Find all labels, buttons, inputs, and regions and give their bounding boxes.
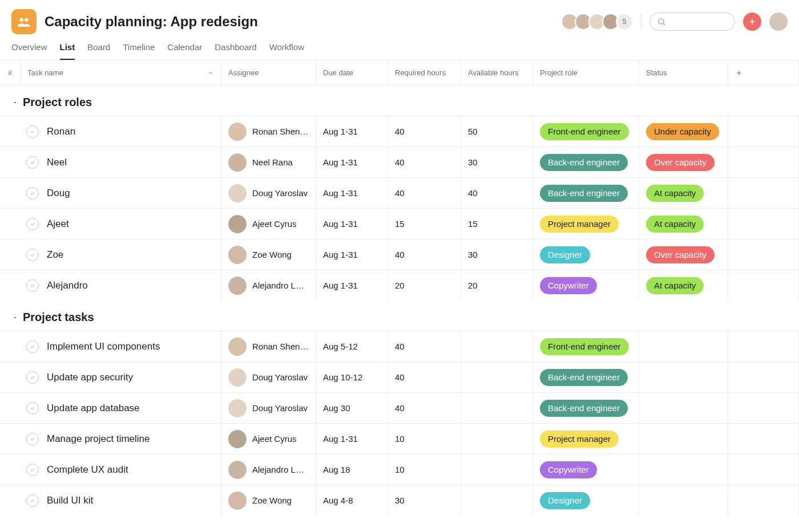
- required-hours-cell[interactable]: 40: [388, 331, 461, 362]
- role-cell[interactable]: Back-end engineer: [533, 362, 639, 392]
- table-row[interactable]: RonanRonan ShenoyAug 1-314050Front-end e…: [0, 116, 799, 147]
- role-cell[interactable]: Project manager: [533, 424, 639, 454]
- tab-board[interactable]: Board: [87, 42, 110, 60]
- status-cell[interactable]: [639, 454, 728, 485]
- available-hours-cell[interactable]: [461, 485, 533, 515]
- role-cell[interactable]: Back-end engineer: [533, 393, 639, 423]
- col-project-role[interactable]: Project role: [533, 60, 639, 85]
- available-hours-cell[interactable]: [461, 362, 533, 392]
- due-date-cell[interactable]: Aug 1-31: [316, 270, 388, 300]
- search-input[interactable]: [649, 13, 735, 31]
- task-name-cell[interactable]: Neel: [21, 147, 221, 177]
- table-row[interactable]: NeelNeel RanaAug 1-314030Back-end engine…: [0, 147, 799, 177]
- assignee-cell[interactable]: Alejandro Luna: [221, 454, 316, 485]
- tab-overview[interactable]: Overview: [11, 42, 47, 60]
- required-hours-cell[interactable]: 40: [388, 178, 461, 208]
- task-name-cell[interactable]: Build UI kit: [21, 485, 221, 515]
- available-hours-cell[interactable]: [461, 393, 533, 423]
- complete-toggle[interactable]: [26, 402, 39, 415]
- assignee-cell[interactable]: Ajeet Cyrus: [221, 209, 316, 239]
- complete-toggle[interactable]: [26, 371, 39, 384]
- status-cell[interactable]: Under capacity: [639, 116, 728, 147]
- available-hours-cell[interactable]: 30: [461, 147, 533, 177]
- available-hours-cell[interactable]: 15: [461, 209, 533, 239]
- tab-calendar[interactable]: Calendar: [167, 42, 202, 60]
- available-hours-cell[interactable]: 50: [461, 116, 533, 147]
- required-hours-cell[interactable]: 10: [388, 424, 461, 454]
- role-cell[interactable]: Back-end engineer: [533, 178, 639, 208]
- task-name-cell[interactable]: Implement UI components: [21, 331, 221, 362]
- role-cell[interactable]: Copywriter: [533, 454, 639, 485]
- table-row[interactable]: Update app databaseDoug YaroslavAug 3040…: [0, 392, 799, 423]
- avatar-overflow-count[interactable]: 5: [616, 13, 633, 30]
- complete-toggle[interactable]: [26, 433, 39, 445]
- complete-toggle[interactable]: [26, 279, 39, 292]
- complete-toggle[interactable]: [26, 464, 39, 476]
- col-due-date[interactable]: Due date: [316, 60, 388, 85]
- add-column-button[interactable]: [728, 60, 799, 85]
- complete-toggle[interactable]: [26, 187, 39, 200]
- role-cell[interactable]: Designer: [533, 239, 639, 270]
- due-date-cell[interactable]: Aug 1-31: [316, 116, 388, 147]
- required-hours-cell[interactable]: 40: [388, 147, 461, 177]
- assignee-cell[interactable]: Zoe Wong: [221, 239, 316, 270]
- avatar-stack[interactable]: 5: [561, 13, 633, 30]
- status-cell[interactable]: At capacity: [639, 178, 728, 208]
- col-available-hours[interactable]: Available hours: [461, 60, 533, 85]
- complete-toggle[interactable]: [26, 156, 39, 169]
- assignee-cell[interactable]: Ronan Shenoy: [221, 116, 316, 147]
- task-name-cell[interactable]: Zoe: [21, 239, 221, 270]
- col-assignee[interactable]: Assignee: [221, 60, 316, 85]
- section-header[interactable]: Project tasks: [0, 300, 799, 331]
- due-date-cell[interactable]: Aug 1-31: [316, 178, 388, 208]
- assignee-cell[interactable]: Alejandro Luna: [221, 270, 316, 300]
- table-row[interactable]: Manage project timelineAjeet CyrusAug 1-…: [0, 423, 799, 454]
- task-name-cell[interactable]: Update app security: [21, 362, 221, 392]
- complete-toggle[interactable]: [26, 125, 39, 138]
- status-cell[interactable]: [639, 424, 728, 454]
- complete-toggle[interactable]: [26, 494, 39, 507]
- tab-workflow[interactable]: Workflow: [269, 42, 304, 60]
- table-row[interactable]: Build UI kitZoe WongAug 4-830Designer: [0, 485, 799, 515]
- task-name-cell[interactable]: Alejandro: [21, 270, 221, 300]
- complete-toggle[interactable]: [26, 249, 39, 261]
- due-date-cell[interactable]: Aug 10-12: [316, 362, 388, 392]
- assignee-cell[interactable]: Doug Yaroslav: [221, 393, 316, 423]
- required-hours-cell[interactable]: 15: [388, 209, 461, 239]
- due-date-cell[interactable]: Aug 4-8: [316, 485, 388, 515]
- due-date-cell[interactable]: Aug 18: [316, 454, 388, 485]
- role-cell[interactable]: Back-end engineer: [533, 147, 639, 177]
- tab-dashboard[interactable]: Dashboard: [215, 42, 256, 60]
- status-cell[interactable]: At capacity: [639, 209, 728, 239]
- due-date-cell[interactable]: Aug 1-31: [316, 209, 388, 239]
- status-cell[interactable]: At capacity: [639, 270, 728, 300]
- current-user-avatar[interactable]: [769, 13, 788, 31]
- col-task-name[interactable]: Task name: [21, 60, 221, 85]
- required-hours-cell[interactable]: 40: [388, 393, 461, 423]
- available-hours-cell[interactable]: [461, 331, 533, 362]
- role-cell[interactable]: Designer: [533, 485, 639, 515]
- available-hours-cell[interactable]: 30: [461, 239, 533, 270]
- table-row[interactable]: Complete UX auditAlejandro LunaAug 1810C…: [0, 454, 799, 485]
- task-name-cell[interactable]: Update app database: [21, 393, 221, 423]
- table-row[interactable]: AjeetAjeet CyrusAug 1-311515Project mana…: [0, 208, 799, 239]
- table-row[interactable]: AlejandroAlejandro LunaAug 1-312020Copyw…: [0, 270, 799, 300]
- required-hours-cell[interactable]: 10: [388, 454, 461, 485]
- available-hours-cell[interactable]: [461, 454, 533, 485]
- task-name-cell[interactable]: Doug: [21, 178, 221, 208]
- col-status[interactable]: Status: [639, 60, 728, 85]
- section-header[interactable]: Project roles: [0, 86, 799, 116]
- tab-timeline[interactable]: Timeline: [123, 42, 155, 60]
- due-date-cell[interactable]: Aug 30: [316, 393, 388, 423]
- assignee-cell[interactable]: Neel Rana: [221, 147, 316, 177]
- assignee-cell[interactable]: Zoe Wong: [221, 485, 316, 515]
- role-cell[interactable]: Project manager: [533, 209, 639, 239]
- available-hours-cell[interactable]: 20: [461, 270, 533, 300]
- table-row[interactable]: Implement UI componentsRonan ShenoyAug 5…: [0, 331, 799, 362]
- complete-toggle[interactable]: [26, 218, 39, 230]
- status-cell[interactable]: [639, 485, 728, 515]
- required-hours-cell[interactable]: 40: [388, 239, 461, 270]
- task-name-cell[interactable]: Ajeet: [21, 209, 221, 239]
- complete-toggle[interactable]: [26, 340, 39, 353]
- assignee-cell[interactable]: Ronan Shenoy: [221, 331, 316, 362]
